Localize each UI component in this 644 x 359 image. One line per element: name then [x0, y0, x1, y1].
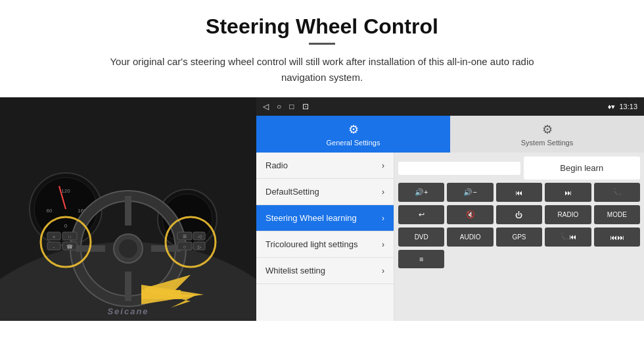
android-ui: ◁ ○ □ ⊡ ♦▾ 13:13 ⚙ General Settings ⚙ Sy…: [256, 97, 644, 321]
call-end-button[interactable]: ↩: [398, 205, 444, 224]
system-icon: ⚙: [542, 122, 553, 137]
vol-up-button[interactable]: 🔊+: [398, 183, 444, 202]
main-content: Radio › DefaultSetting › Steering Wheel …: [256, 153, 644, 321]
mute-button[interactable]: 🔇: [447, 205, 493, 224]
menu-whitelist-label: Whitelist setting: [265, 266, 325, 275]
dvd-button[interactable]: DVD: [398, 227, 444, 247]
svg-text:○: ○: [183, 244, 187, 250]
svg-text:60: 60: [47, 208, 53, 214]
recents-icon[interactable]: □: [289, 102, 294, 111]
back-icon[interactable]: ◁: [263, 102, 269, 111]
svg-text:↑↓: ↑↓: [68, 235, 72, 239]
menu-item-steering[interactable]: Steering Wheel learning ›: [256, 205, 394, 231]
mode-button[interactable]: MODE: [594, 205, 640, 224]
chevron-icon: ›: [382, 187, 384, 197]
menu-steering-label: Steering Wheel learning: [265, 213, 357, 223]
menu-item-tricoloured[interactable]: Tricoloured light settings ›: [256, 231, 394, 258]
phone-button[interactable]: 📞: [594, 183, 640, 202]
page-title: Steering Wheel Control: [0, 0, 644, 43]
svg-text:+: +: [53, 235, 55, 239]
car-image-area: 120 60 160 0 + -: [0, 97, 256, 321]
power-button[interactable]: ⏻: [496, 205, 542, 224]
vol-down-button[interactable]: 🔊−: [447, 183, 493, 202]
subtitle: Your original car's steering wheel contr…: [92, 54, 552, 85]
right-panel: Begin learn 🔊+ 🔊− ⏮ ⏭ 📞 ↩ 🔇 ⏻ RADIO MODE: [394, 153, 644, 321]
control-grid-row1: 🔊+ 🔊− ⏮ ⏭ 📞: [398, 183, 640, 202]
svg-text:Seicane: Seicane: [107, 306, 149, 316]
control-grid-row4: ≡: [398, 250, 640, 268]
chevron-icon: ›: [382, 266, 384, 275]
clock: 13:13: [619, 103, 637, 110]
menu-icon-button[interactable]: ≡: [398, 250, 444, 268]
status-bar-info: ♦▾ 13:13: [608, 103, 637, 111]
top-row: Begin learn: [398, 156, 640, 180]
signal-icon: ♦▾: [608, 103, 616, 111]
content-area: 120 60 160 0 + -: [0, 97, 644, 321]
svg-point-18: [119, 239, 137, 258]
chevron-icon: ›: [382, 214, 384, 223]
svg-text:☰: ☰: [183, 234, 187, 239]
control-grid-row2: ↩ 🔇 ⏻ RADIO MODE: [398, 205, 640, 224]
svg-text:☎: ☎: [66, 244, 73, 250]
next-track-button[interactable]: ⏭: [545, 183, 591, 202]
svg-rect-39: [141, 290, 181, 299]
tab-system-label: System Settings: [521, 139, 573, 147]
menu-radio-label: Radio: [265, 160, 288, 170]
radio-button[interactable]: RADIO: [545, 205, 591, 224]
chevron-icon: ›: [382, 161, 384, 170]
prev-next-button[interactable]: ⏮⏭: [594, 227, 640, 247]
left-menu: Radio › DefaultSetting › Steering Wheel …: [256, 153, 394, 321]
status-bar-nav: ◁ ○ □ ⊡: [263, 102, 309, 111]
gps-button[interactable]: GPS: [496, 227, 542, 247]
tab-bar: ⚙ General Settings ⚙ System Settings: [256, 116, 644, 153]
screenshot-icon[interactable]: ⊡: [302, 102, 309, 111]
menu-default-label: DefaultSetting: [265, 187, 319, 197]
tab-system[interactable]: ⚙ System Settings: [450, 116, 644, 153]
tab-general[interactable]: ⚙ General Settings: [256, 116, 450, 153]
prev-track-button[interactable]: ⏮: [496, 183, 542, 202]
control-grid-row3: DVD AUDIO GPS 📞⏮ ⏮⏭: [398, 227, 640, 247]
audio-button[interactable]: AUDIO: [447, 227, 493, 247]
menu-item-whitelist[interactable]: Whitelist setting ›: [256, 258, 394, 284]
menu-item-radio[interactable]: Radio ›: [256, 153, 394, 179]
phone-prev-button[interactable]: 📞⏮: [545, 227, 591, 247]
gear-icon: ⚙: [348, 122, 359, 137]
menu-tricoloured-label: Tricoloured light settings: [265, 239, 357, 249]
tab-general-label: General Settings: [327, 139, 380, 147]
home-icon[interactable]: ○: [277, 102, 281, 111]
title-divider: [309, 43, 335, 45]
menu-item-default[interactable]: DefaultSetting ›: [256, 179, 394, 205]
chevron-icon: ›: [382, 240, 384, 249]
status-bar: ◁ ○ □ ⊡ ♦▾ 13:13: [256, 97, 644, 116]
svg-text:0: 0: [64, 223, 68, 229]
begin-learn-button[interactable]: Begin learn: [524, 156, 641, 180]
svg-text:120: 120: [61, 188, 70, 194]
empty-display: [398, 162, 520, 175]
